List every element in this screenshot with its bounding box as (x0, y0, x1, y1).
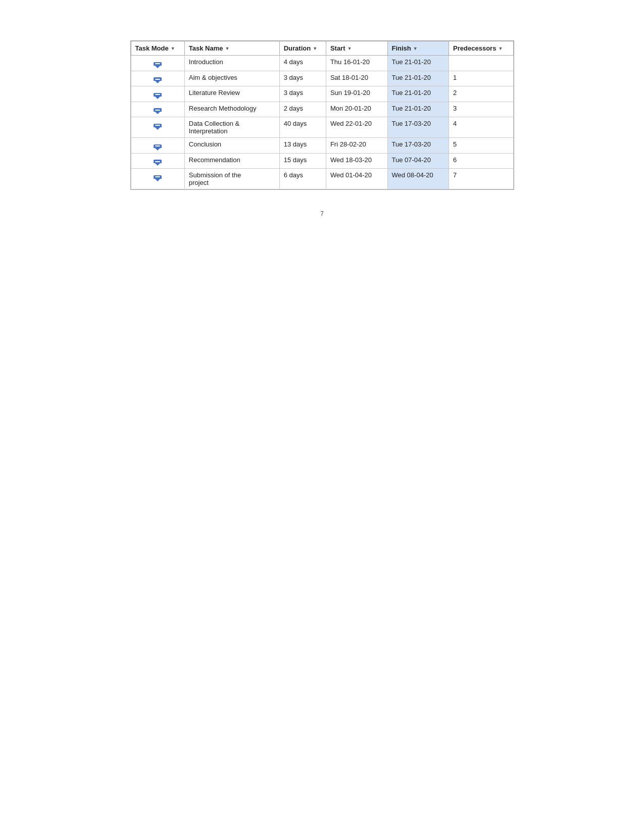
task-icon-arrow (155, 127, 160, 130)
task-mode-icon (154, 160, 162, 166)
col-header-finish[interactable]: Finish ▼ (387, 41, 449, 56)
predecessors-cell: 5 (449, 138, 513, 154)
task-mode-cell (131, 169, 184, 189)
duration-cell: 13 days (279, 138, 326, 154)
table-header-row: Task Mode ▼ Task Name ▼ Duration ▼ (131, 41, 513, 56)
task-mode-cell (131, 153, 184, 169)
finish-cell: Tue 17-03-20 (387, 117, 449, 138)
task-icon-arrow (155, 81, 160, 83)
col-header-task-mode[interactable]: Task Mode ▼ (131, 41, 184, 56)
task-icon-arrow (155, 163, 160, 166)
task-name-cell: Data Collection & Interpretation (184, 117, 279, 138)
predecessors-cell: 3 (449, 102, 513, 117)
task-name-cell: Submission of the project (184, 169, 279, 189)
task-name-cell: Literature Review (184, 86, 279, 102)
table-row: Conclusion13 daysFri 28-02-20Tue 17-03-2… (131, 138, 513, 154)
col-label-task-mode: Task Mode (135, 44, 169, 52)
task-mode-icon (154, 124, 162, 130)
task-mode-icon (154, 175, 162, 181)
predecessors-cell: 1 (449, 71, 513, 86)
dropdown-arrow-start: ▼ (348, 46, 352, 51)
finish-cell: Tue 21-01-20 (387, 71, 449, 86)
task-icon-top (154, 124, 162, 127)
task-mode-cell (131, 102, 184, 117)
finish-cell: Tue 21-01-20 (387, 102, 449, 117)
task-icon-arrow (155, 96, 160, 99)
table-row: Literature Review3 daysSun 19-01-20Tue 2… (131, 86, 513, 102)
task-icon-top (154, 144, 162, 148)
task-mode-cell (131, 56, 184, 71)
col-label-start: Start (330, 44, 345, 52)
table-row: Aim & objectives3 daysSat 18-01-20Tue 21… (131, 71, 513, 86)
task-mode-icon (154, 62, 162, 68)
col-label-predecessors: Predecessors (453, 44, 496, 52)
start-cell: Sat 18-01-20 (326, 71, 387, 86)
predecessors-cell (449, 56, 513, 71)
task-mode-icon (154, 108, 162, 114)
task-icon-arrow (155, 66, 160, 68)
col-header-predecessors[interactable]: Predecessors ▼ (449, 41, 513, 56)
start-cell: Wed 22-01-20 (326, 117, 387, 138)
finish-cell: Tue 07-04-20 (387, 153, 449, 169)
dropdown-arrow-task-mode: ▼ (171, 46, 175, 51)
start-cell: Wed 18-03-20 (326, 153, 387, 169)
col-label-duration: Duration (284, 44, 311, 52)
dropdown-arrow-duration: ▼ (313, 46, 317, 51)
col-label-finish: Finish (392, 44, 411, 52)
task-icon-top (154, 93, 162, 96)
task-name-cell: Research Methodology (184, 102, 279, 117)
task-name-cell: Introduction (184, 56, 279, 71)
col-header-start[interactable]: Start ▼ (326, 41, 387, 56)
duration-cell: 2 days (279, 102, 326, 117)
task-icon-arrow (155, 112, 160, 114)
task-table: Task Mode ▼ Task Name ▼ Duration ▼ (131, 41, 514, 189)
start-cell: Wed 01-04-20 (326, 169, 387, 189)
predecessors-cell: 4 (449, 117, 513, 138)
col-header-duration[interactable]: Duration ▼ (279, 41, 326, 56)
task-mode-cell (131, 138, 184, 154)
task-mode-icon (154, 93, 162, 99)
duration-cell: 6 days (279, 169, 326, 189)
start-cell: Thu 16-01-20 (326, 56, 387, 71)
predecessors-cell: 6 (449, 153, 513, 169)
finish-cell: Tue 21-01-20 (387, 56, 449, 71)
table-body: Introduction4 daysThu 16-01-20Tue 21-01-… (131, 56, 513, 189)
task-icon-top (154, 175, 162, 179)
table-row: Research Methodology2 daysMon 20-01-20Tu… (131, 102, 513, 117)
page-content: Task Mode ▼ Task Name ▼ Duration ▼ (0, 0, 644, 248)
start-cell: Mon 20-01-20 (326, 102, 387, 117)
task-icon-top (154, 108, 162, 112)
task-name-cell: Conclusion (184, 138, 279, 154)
table-row: Data Collection & Interpretation40 daysW… (131, 117, 513, 138)
task-icon-top (154, 62, 162, 66)
table-row: Introduction4 daysThu 16-01-20Tue 21-01-… (131, 56, 513, 71)
table-row: Recommendation15 daysWed 18-03-20Tue 07-… (131, 153, 513, 169)
task-icon-top (154, 77, 162, 81)
dropdown-arrow-task-name: ▼ (225, 46, 229, 51)
task-name-cell: Aim & objectives (184, 71, 279, 86)
finish-cell: Tue 21-01-20 (387, 86, 449, 102)
task-mode-icon (154, 144, 162, 151)
col-label-task-name: Task Name (189, 44, 223, 52)
duration-cell: 3 days (279, 71, 326, 86)
col-header-task-name[interactable]: Task Name ▼ (184, 41, 279, 56)
table-wrapper: Task Mode ▼ Task Name ▼ Duration ▼ (130, 40, 514, 190)
page-number: 7 (320, 210, 324, 217)
task-mode-icon (154, 77, 162, 83)
table-row: Submission of the project6 daysWed 01-04… (131, 169, 513, 189)
dropdown-arrow-predecessors: ▼ (498, 46, 503, 51)
predecessors-cell: 7 (449, 169, 513, 189)
task-icon-top (154, 160, 162, 163)
duration-cell: 15 days (279, 153, 326, 169)
task-mode-cell (131, 117, 184, 138)
task-name-cell: Recommendation (184, 153, 279, 169)
finish-cell: Tue 17-03-20 (387, 138, 449, 154)
duration-cell: 3 days (279, 86, 326, 102)
duration-cell: 4 days (279, 56, 326, 71)
duration-cell: 40 days (279, 117, 326, 138)
task-mode-cell (131, 71, 184, 86)
task-icon-arrow (155, 179, 160, 181)
dropdown-arrow-finish: ▼ (413, 46, 418, 51)
start-cell: Fri 28-02-20 (326, 138, 387, 154)
finish-cell: Wed 08-04-20 (387, 169, 449, 189)
